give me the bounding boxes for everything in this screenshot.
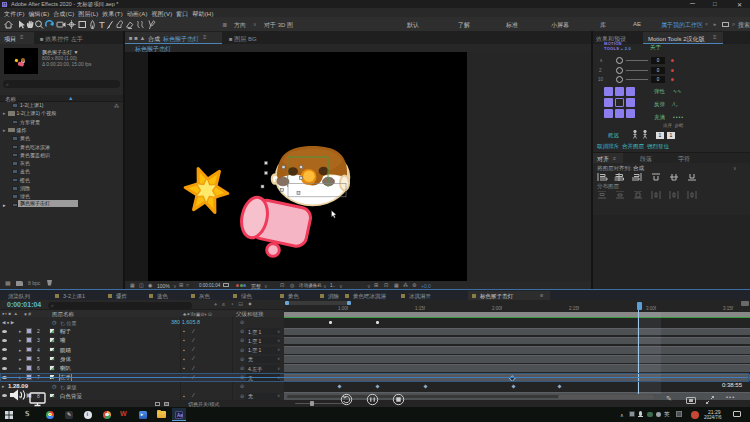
svg-text:T: T [99, 19, 105, 30]
